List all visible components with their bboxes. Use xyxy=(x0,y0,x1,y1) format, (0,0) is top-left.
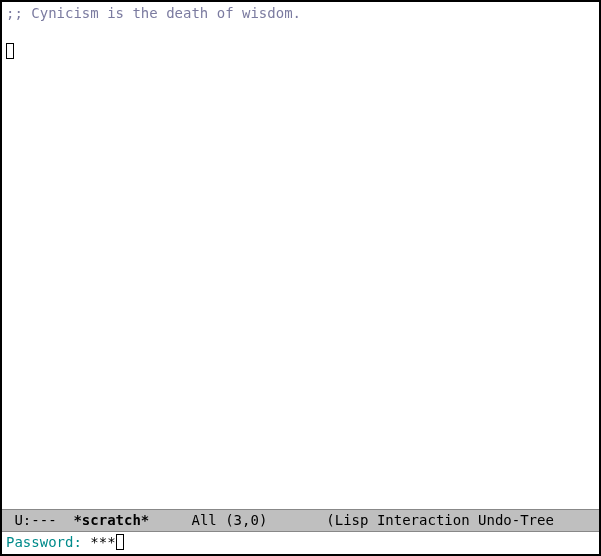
modeline-gap xyxy=(149,512,191,528)
modeline-gap2 xyxy=(267,512,326,528)
modeline-status: U:--- xyxy=(6,512,73,528)
minibuffer-cursor xyxy=(116,534,124,550)
emacs-frame: ;; Cynicism is the death of wisdom. U:--… xyxy=(0,0,601,556)
scratch-buffer[interactable]: ;; Cynicism is the death of wisdom. xyxy=(2,2,599,509)
blank-line xyxy=(6,23,595,42)
text-cursor xyxy=(6,43,14,59)
password-masked: *** xyxy=(90,534,115,550)
modeline-modes: (Lisp Interaction Undo-Tree xyxy=(326,512,554,528)
password-prompt: Password: xyxy=(6,534,90,550)
comment-line: ;; Cynicism is the death of wisdom. xyxy=(6,4,595,23)
cursor-line xyxy=(6,42,595,61)
minibuffer[interactable]: Password: *** xyxy=(2,532,599,554)
mode-line[interactable]: U:--- *scratch* All (3,0) (Lisp Interact… xyxy=(2,509,599,533)
modeline-position: All (3,0) xyxy=(191,512,267,528)
modeline-buffer-name: *scratch* xyxy=(73,512,149,528)
